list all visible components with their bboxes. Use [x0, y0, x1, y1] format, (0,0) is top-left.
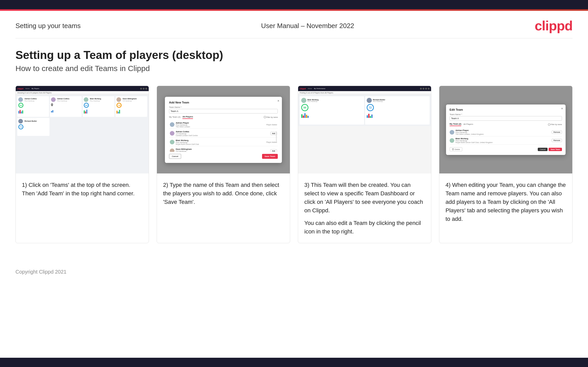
modal-add-team-name-input[interactable]: Team A [169, 109, 278, 113]
ss1-p2-bars [51, 107, 81, 112]
modal-p1-detail1: Plus Handicap [176, 124, 265, 126]
ss1-p4-bar2 [118, 112, 119, 113]
card-4-screenshot: Edit Team × Team Name * Team A My Team (… [439, 86, 572, 173]
ss3-pb-avatar [367, 98, 372, 103]
edit-p1-info: Adrian Player Plus Handicap The Shire Lo… [456, 129, 550, 135]
card-1: clippd Home My Players Showing 6 out of … [15, 86, 149, 243]
modal-edit-title: Edit Team [450, 108, 562, 111]
card-4-modal-overlay: Edit Team × Team Name * Team A My Team (… [439, 86, 572, 173]
ss1-p1-name: Adrian Collins [24, 98, 37, 100]
ss1-dot1 [140, 88, 142, 90]
modal-p3-avatar [170, 140, 174, 144]
card-3-screenshot: clippd Home My Performance Finding 6 out… [298, 86, 431, 173]
edit-p1-avatar [450, 130, 454, 135]
ss1-p3-bar3 [86, 110, 87, 113]
modal-add-tab-myteam[interactable]: My Team (2) [169, 116, 180, 119]
edit-p1-detail2: The Shire London, United Kingdom [456, 133, 550, 135]
edit-p1-name: Adrian Player [456, 129, 550, 132]
ss1-p2-name: Adrian Collins [57, 98, 69, 100]
modal-p4-avatar [170, 148, 174, 152]
edit-p1-detail1: Plus Handicap [456, 132, 550, 133]
copyright-text: Copyright Clippd 2021 [15, 269, 66, 275]
ss3-pb-bar4 [371, 115, 373, 118]
modal-edit-tab-myteam[interactable]: My Team (2) [450, 123, 461, 126]
ss1-nav-right [140, 88, 147, 90]
modal-edit-name-input[interactable]: Team A [450, 116, 562, 121]
modal-edit-delete-button[interactable]: Delete [450, 147, 462, 151]
header: Setting up your teams User Manual – Nove… [0, 11, 588, 38]
ss1-p1-bars [18, 108, 48, 113]
modal-p4-add-button[interactable]: Add [270, 149, 277, 152]
modal-add-save-button[interactable]: Save Team [262, 154, 278, 159]
modal-add-filter-checkbox[interactable] [264, 116, 266, 118]
ss3-pa-bars [301, 113, 363, 118]
ss1-p4-header: Dave Billingham 5.8 Handicap [116, 97, 146, 102]
modal-p3-info: Blair McHarg Plus Handicap Royal North D… [176, 139, 265, 145]
ss3-dot1 [420, 88, 422, 90]
card-4: Edit Team × Team Name * Team A My Team (… [439, 86, 573, 243]
ss1-p3-bar2 [85, 111, 86, 113]
ss1-p2-avatar [51, 97, 56, 102]
ss1-p5-score: 72 [18, 124, 23, 129]
ss1-p5-info: Richard Butler [24, 120, 37, 123]
modal-add-tabs: My Team (2) All Players Filter by name [169, 116, 278, 119]
modal-p2-name: Adrian Coliba [176, 130, 269, 133]
edit-p1-remove-button[interactable]: Remove [552, 130, 562, 134]
edit-player-1: Adrian Player Plus Handicap The Shire Lo… [450, 128, 562, 136]
modal-edit-cancel-button[interactable]: Cancel [538, 148, 548, 151]
ss3-pa-bar4 [306, 115, 307, 118]
ss3-pb-detail: Plus Handicap [373, 101, 385, 102]
ss1-header-text: Showing 6 out of 8 players from All Play… [17, 92, 52, 94]
modal-edit-footer: Delete Cancel Save Team [450, 147, 562, 151]
ss1-player-grid-top: Adrian Collins Plus Handicap 84 [17, 96, 147, 117]
ss1-player-4: Dave Billingham 5.8 Handicap 78 [115, 96, 147, 117]
ss1-p4-score: 78 [116, 103, 122, 108]
modal-add-footer: Cancel Save Team [169, 154, 278, 159]
modal-edit-save-button[interactable]: Save Team [549, 148, 562, 151]
modal-add-cancel-button[interactable]: Cancel [169, 154, 181, 159]
ss1-p4-bar1 [116, 111, 117, 113]
modal-edit-filter-label: Filter by name [551, 124, 562, 125]
edit-p2-info: Blair McHarg Plus Handicap Royal North D… [456, 137, 550, 143]
header-section-label: Setting up your teams [15, 22, 81, 30]
modal-p1-avatar [170, 122, 174, 127]
modal-p3-name: Blair McHarg [176, 139, 265, 142]
page-title: Setting up a Team of players (desktop) [15, 49, 573, 62]
modal-edit-tab-allplayers[interactable]: All Players [463, 123, 473, 126]
modal-edit-tabs: My Team (2) All Players Filter by name [450, 123, 562, 126]
ss3-pb-bar2 [368, 114, 369, 118]
modal-add-title: Add New Team [169, 101, 278, 104]
ss3-pa-avatar [301, 98, 306, 103]
edit-p2-detail1: Plus Handicap [456, 140, 550, 142]
ss3-pa-score: 94 [301, 104, 308, 111]
ss3-pb-header: Richard Butler Plus Handicap [367, 98, 428, 103]
modal-player-1: Adrian Player Plus Handicap The Shire Lo… [169, 121, 278, 129]
ss1-p5-avatar [18, 119, 23, 124]
scroll-divider [276, 131, 277, 142]
delete-icon [452, 148, 454, 150]
ss3-pb-bar1 [367, 115, 368, 118]
ss3-pa-bar2 [303, 116, 304, 118]
modal-p3-status: Player Added [266, 141, 277, 143]
clippd-logo: clippd [535, 18, 573, 33]
modal-p2-avatar [170, 131, 174, 136]
card-3-description-1: 3) This Team will then be created. You c… [304, 181, 425, 215]
ss1-body: Adrian Collins Plus Handicap 84 [16, 95, 149, 173]
ss3-header-text: Finding 6 out of 8 Players from All Play… [300, 92, 333, 94]
card-2-screenshot: Add New Team × Team Name * Team A My Tea… [157, 86, 290, 173]
ss1-p2-info: Adrian Collins Plus Handicap [57, 98, 69, 102]
modal-add-close[interactable]: × [277, 99, 279, 103]
modal-edit-close[interactable]: × [561, 107, 563, 110]
edit-p2-remove-button[interactable]: Remove [552, 139, 562, 142]
ss1-player-grid-bottom: Richard Butler 72 [17, 118, 147, 136]
ss1-player-3: Blair McHarg Plus Handicap 94 [83, 96, 114, 117]
modal-add-tab-allplayers[interactable]: All Players [182, 116, 193, 119]
ss1-p4-detail: 5.8 Handicap [123, 100, 137, 102]
ss3-nav-teams: My Performance [314, 88, 325, 89]
modal-edit-filter-checkbox[interactable] [548, 124, 550, 126]
ss1-dot3 [145, 88, 147, 90]
ss3-player-a: Blair McHarg Plus Handicap 94 [300, 96, 364, 125]
ss1-p3-avatar [84, 97, 88, 102]
ss1-p1-bar1 [18, 111, 19, 113]
modal-add-team-name-value: Team A [171, 110, 178, 112]
